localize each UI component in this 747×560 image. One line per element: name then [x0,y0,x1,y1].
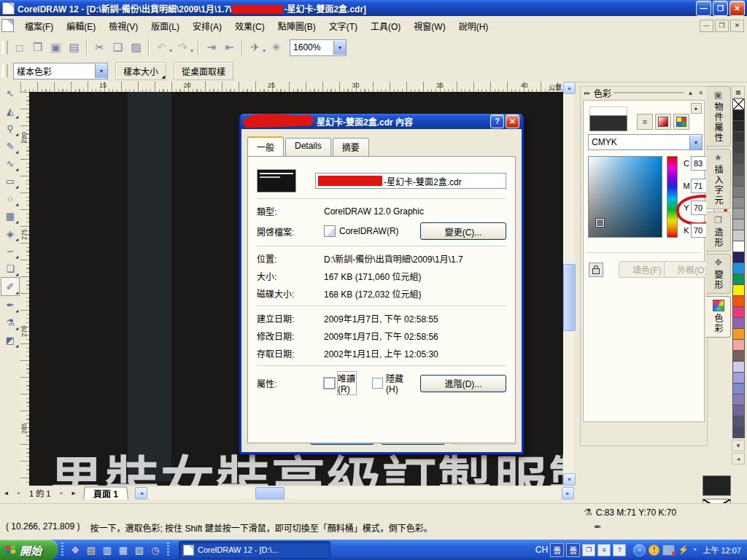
palette-swatch[interactable] [732,197,745,209]
ellipse-tool[interactable]: ○◢ [1,190,19,207]
menu-bitmaps[interactable]: 點陣圖(B) [271,17,322,35]
change-button[interactable]: 變更(C)... [420,222,506,240]
palette-swatch[interactable] [732,219,745,230]
horizontal-scroll-thumb[interactable] [255,487,285,499]
hue-slider[interactable] [667,156,678,238]
scroll-down-icon[interactable]: ▼ [563,473,576,486]
palette-swatch[interactable] [732,241,745,252]
docker-drag-handle[interactable] [614,92,684,97]
shape-tool[interactable]: ◭◢ [1,102,19,120]
sample-color-dropdown-arrow-icon[interactable]: ▼ [95,64,107,78]
add-page-before-button[interactable]: + [13,488,24,499]
palette-swatch[interactable] [732,153,745,165]
palette-swatch[interactable] [732,262,745,274]
doc-close-button[interactable]: ✕ [730,20,744,32]
dialog-close-button[interactable]: ✕ [506,114,519,128]
fill-tool[interactable]: ⚗◢ [1,314,19,331]
rectangle-tool[interactable]: ▭◢ [1,172,19,190]
toolbar-grip[interactable] [2,41,8,54]
palette-swatch[interactable] [732,317,745,329]
import-icon[interactable]: ⇥ [203,39,220,56]
menu-tools[interactable]: 工具(O) [364,17,407,35]
clock-tray-icon[interactable]: ◔ [692,545,697,555]
palette-swatch[interactable] [732,405,745,416]
start-button[interactable]: 開始 [0,540,58,560]
language-bar-help-icon[interactable]: ? [613,544,626,556]
ime-badge-2[interactable]: 善 [566,543,580,557]
docker-tab-object-properties[interactable]: ▣物件屬性 [706,86,731,147]
menu-edit[interactable]: 編輯(E) [60,17,102,35]
sample-from-desktop-button[interactable]: 從桌面取樣 [174,62,233,80]
palette-swatch[interactable] [732,230,745,241]
vertical-scroll-thumb[interactable] [563,264,576,331]
color-sliders-icon[interactable]: ≡ [637,114,653,130]
tab-details[interactable]: Details [285,138,331,158]
property-bar-grip[interactable] [2,64,8,77]
docker-tab-color[interactable]: 色彩 [706,296,731,338]
ime-badge-1[interactable]: 善 [550,543,564,557]
tab-summary[interactable]: 摘要 [333,138,369,158]
interactive-blend-tool[interactable]: ❏◢ [1,260,19,277]
paste-icon[interactable]: ▨ [128,39,144,56]
ime-tray-icon[interactable]: ⚡ [678,545,689,555]
last-page-button[interactable]: ► [68,488,79,499]
corel-online-icon[interactable]: ✳ [268,39,285,56]
docker-close-icon[interactable]: ✕ [697,90,705,96]
palette-swatch[interactable] [732,273,745,285]
menu-effects[interactable]: 效果(C) [228,17,271,35]
palette-swatch[interactable] [732,328,745,340]
language-bar-options-icon[interactable]: ≡ [597,544,611,556]
application-launcher-icon[interactable]: ✈ [247,39,263,56]
open-icon[interactable]: ❐ [29,39,46,56]
horizontal-ruler[interactable]: 公釐 152025303540 [20,82,563,93]
advanced-button[interactable]: 進階(D)... [420,375,506,392]
msn-icon[interactable]: ❖ [69,543,82,556]
palette-swatch[interactable] [732,208,745,219]
docker-tab-shaping[interactable]: ❐造形 [706,211,731,252]
network-disconnected-icon[interactable] [662,545,675,556]
palette-swatch[interactable] [732,284,745,296]
sample-color-dropdown[interactable]: 樣本色彩 ▼ [13,63,108,79]
page-tab[interactable]: 頁面 1 [83,486,128,499]
docker-tab-transformation[interactable]: ✥變形 [706,254,731,294]
scroll-left-icon[interactable]: ◄ [135,487,147,499]
taskbar-handle[interactable] [167,542,169,557]
palette-swatch[interactable] [732,339,745,351]
new-icon[interactable]: □ [11,39,28,56]
no-color-swatch[interactable] [732,98,745,110]
tray-collapse-chevron-icon[interactable]: « [633,544,646,556]
tab-general[interactable]: 一般 [247,136,284,156]
vertical-scrollbar[interactable]: ▲ ▼ [563,82,574,486]
artistic-media-tool[interactable]: ∽◢ [1,242,19,260]
palette-swatch[interactable] [732,372,745,384]
security-shield-icon[interactable]: ! [649,545,659,556]
zoom-dropdown-arrow-icon[interactable]: ▼ [333,41,346,55]
scroll-up-icon[interactable]: ▲ [563,82,576,94]
perfect-shapes-tool[interactable]: ◈◢ [1,225,19,242]
doc-minimize-button[interactable]: — [700,20,713,32]
smart-drawing-tool[interactable]: ∿◢ [1,155,19,172]
palette-swatch[interactable] [732,394,745,405]
first-page-button[interactable]: ◄ [1,488,12,499]
palette-options-icon[interactable]: ▦ [732,86,745,98]
palette-expand-icon[interactable]: ◂ [732,453,745,464]
hidden-checkbox[interactable] [372,378,383,389]
color-model-dropdown[interactable]: CMYK ▼ [588,134,703,150]
color-field[interactable] [588,156,662,238]
folder-icon[interactable]: ▤ [85,543,98,556]
application-launcher-dropdown-arrow-icon[interactable]: ▾ [263,47,266,54]
lock-icon[interactable] [589,262,603,277]
docker-rollup-icon[interactable]: ▲ [686,90,694,96]
filename-input[interactable]: -星幻卡-雙面2盒.cdr [315,173,506,189]
close-button[interactable]: ✕ [729,1,745,16]
ime-panel-icon[interactable]: ❐ [582,544,595,556]
interactive-fill-tool[interactable]: ◩◢ [1,331,19,349]
minimize-button[interactable]: — [696,1,711,16]
notepad-icon[interactable]: ▥ [101,543,114,556]
menu-file[interactable]: 檔案(F) [18,17,60,35]
save-icon[interactable]: ▣ [47,39,64,56]
color-model-dropdown-arrow-icon[interactable]: ▼ [689,136,702,149]
palette-swatch[interactable] [732,361,745,373]
graph-paper-tool[interactable]: ▦◢ [1,207,19,225]
scheduler-icon[interactable]: ▧ [133,543,146,556]
